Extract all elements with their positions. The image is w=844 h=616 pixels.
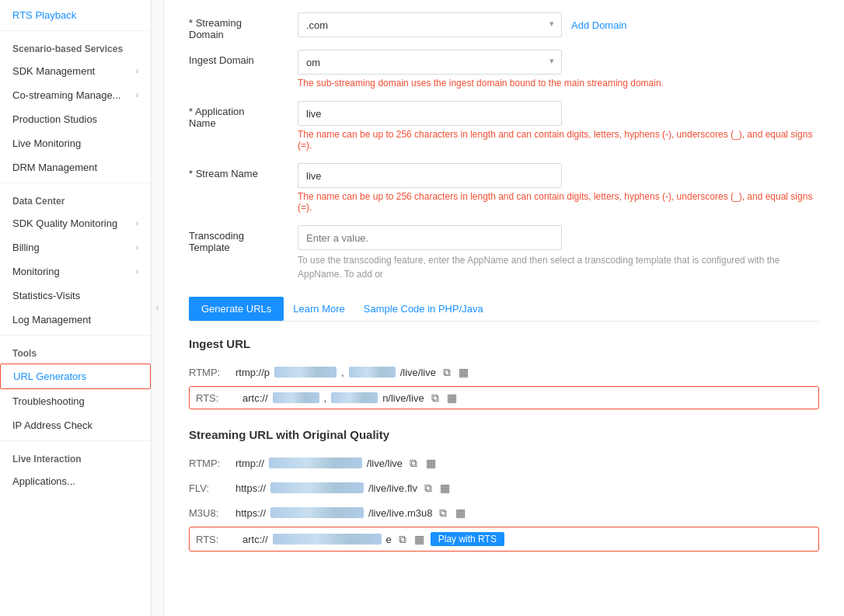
sidebar-item-billing[interactable]: Billing › (0, 235, 151, 259)
sidebar-item-troubleshooting[interactable]: Troubleshooting (0, 389, 151, 413)
application-name-label: * Application Name (189, 101, 298, 129)
copy-icon-m3u8[interactable]: ⧉ (437, 506, 449, 519)
tab-learn-more[interactable]: Learn More (284, 297, 354, 321)
streaming-rts-row: RTS: artc:// e ⧉ ▦ Play with RTS (196, 532, 812, 546)
stream-name-field: The name can be up to 256 characters in … (298, 163, 819, 213)
streaming-rtmp-label: RTMP: (189, 458, 235, 469)
streaming-url-section: Streaming URL with Original Quality RTMP… (189, 428, 819, 552)
application-name-input[interactable] (298, 101, 562, 126)
ingest-rts-blurred2 (331, 392, 378, 403)
sidebar-item-sdk-management[interactable]: SDK Management › (0, 59, 151, 83)
transcoding-label: Transcoding Template (189, 225, 298, 253)
stream-name-input[interactable] (298, 163, 562, 188)
tab-sample-code[interactable]: Sample Code in PHP/Java (354, 297, 493, 321)
transcoding-hint: To use the transcoding feature, enter th… (298, 253, 819, 281)
streaming-flv-prefix: https:// (235, 482, 266, 494)
qr-icon-streaming-rtmp[interactable]: ▦ (424, 457, 437, 469)
copy-icon-rts[interactable]: ⧉ (429, 392, 441, 404)
streaming-m3u8-row: M3U8: https:// /live/live.m3u8 ⧉ ▦ (189, 500, 819, 525)
sidebar-collapse[interactable]: ‹ (152, 0, 164, 616)
streaming-domain-field: .com ▾ Add Domain (298, 12, 819, 40)
copy-icon-flv[interactable]: ⧉ (422, 482, 434, 494)
copy-icon[interactable]: ⧉ (441, 366, 453, 378)
chevron-icon: › (136, 219, 138, 228)
streaming-domain-row: * Streaming Domain .com ▾ Add Domain (189, 12, 819, 40)
streaming-rts-label: RTS: (196, 534, 242, 545)
ingest-url-title: Ingest URL (189, 337, 819, 350)
tabs-section: Generate URLs Learn More Sample Code in … (189, 297, 819, 552)
stream-name-label: * Stream Name (189, 163, 298, 179)
streaming-domain-select[interactable]: .com (298, 12, 562, 37)
sidebar-item-applications[interactable]: Applications... (0, 469, 151, 493)
ingest-rts-prefix: artc:// (242, 392, 268, 404)
ingest-rts-blurred1 (273, 392, 319, 403)
ingest-rts-value: artc:// , n/live/live ⧉ ▦ (242, 392, 812, 404)
ingest-rtmp-comma: , (341, 367, 344, 378)
copy-icon-streaming-rtmp[interactable]: ⧉ (407, 457, 420, 469)
ingest-rts-label: RTS: (196, 392, 242, 404)
sidebar-item-statistics[interactable]: Statistics-Visits (0, 284, 151, 308)
sidebar-item-co-streaming[interactable]: Co-streaming Manage... › (0, 83, 151, 107)
streaming-m3u8-prefix: https:// (235, 507, 266, 519)
streaming-rtmp-row: RTMP: rtmp:// /live/live ⧉ ▦ (189, 451, 819, 475)
streaming-flv-label: FLV: (189, 482, 235, 494)
qr-icon-rts[interactable]: ▦ (446, 392, 459, 404)
ingest-domain-field: om ▾ The sub-streaming domain uses the i… (298, 50, 819, 89)
ingest-rts-comma: , (324, 392, 327, 404)
streaming-rts-highlight: RTS: artc:// e ⧉ ▦ Play with RTS (189, 527, 819, 552)
ingest-domain-hint: The sub-streaming domain uses the ingest… (298, 78, 819, 89)
streaming-flv-value: https:// /live/live.flv ⧉ ▦ (235, 482, 819, 494)
ingest-rtmp-value: rtmp://p , /live/live ⧉ ▦ (235, 366, 819, 378)
main-content: * Streaming Domain .com ▾ Add Domain Ing… (164, 0, 844, 616)
streaming-domain-label: * Streaming Domain (189, 12, 298, 40)
tab-generate-urls[interactable]: Generate URLs (189, 297, 284, 321)
streaming-rts-value: artc:// e ⧉ ▦ Play with RTS (242, 532, 812, 546)
streaming-rtmp-suffix: /live/live (367, 458, 403, 469)
streaming-rts-blurred (273, 534, 382, 545)
sidebar-section-live-interaction: Live Interaction (0, 444, 151, 469)
sidebar-item-rts-playback[interactable]: RTS Playback (0, 3, 151, 27)
qr-icon-streaming-rts[interactable]: ▦ (413, 533, 426, 545)
streaming-flv-blurred (270, 482, 364, 493)
streaming-m3u8-label: M3U8: (189, 507, 235, 519)
chevron-icon: › (136, 267, 138, 276)
streaming-rtmp-prefix: rtmp:// (235, 458, 264, 469)
sidebar-item-ip-address-check[interactable]: IP Address Check (0, 413, 151, 437)
sidebar-item-log-management[interactable]: Log Management (0, 308, 151, 332)
streaming-flv-suffix: /live/live.flv (368, 482, 417, 494)
sidebar-item-sdk-quality[interactable]: SDK Quality Monitoring › (0, 211, 151, 235)
add-domain-link[interactable]: Add Domain (571, 19, 627, 31)
sidebar-item-drm-management[interactable]: DRM Management (0, 155, 151, 179)
sidebar-item-live-monitoring[interactable]: Live Monitoring (0, 131, 151, 155)
qr-icon-flv[interactable]: ▦ (439, 482, 452, 494)
transcoding-field: To use the transcoding feature, enter th… (298, 225, 819, 281)
collapse-icon: ‹ (156, 304, 159, 312)
streaming-rts-suffix: e (386, 534, 392, 545)
ingest-rtmp-label: RTMP: (189, 367, 235, 378)
streaming-url-title: Streaming URL with Original Quality (189, 428, 819, 441)
transcoding-input[interactable] (298, 225, 562, 250)
sidebar: RTS Playback Scenario-based Services SDK… (0, 0, 152, 616)
ingest-rtmp-suffix: /live/live (400, 367, 436, 378)
ingest-rtmp-prefix: rtmp://p (235, 367, 270, 378)
streaming-rts-prefix: artc:// (242, 534, 268, 545)
qr-icon-m3u8[interactable]: ▦ (454, 506, 466, 519)
copy-icon-streaming-rts[interactable]: ⧉ (396, 533, 409, 545)
sidebar-item-monitoring[interactable]: Monitoring › (0, 259, 151, 284)
streaming-m3u8-suffix: /live/live.m3u8 (368, 507, 432, 519)
play-rts-button[interactable]: Play with RTS (431, 532, 504, 546)
qr-icon[interactable]: ▦ (458, 366, 470, 378)
tabs-bar: Generate URLs Learn More Sample Code in … (189, 297, 819, 322)
sidebar-item-production-studios[interactable]: Production Studios (0, 107, 151, 131)
ingest-domain-select[interactable]: om (298, 50, 562, 75)
ingest-rtmp-blurred1 (274, 367, 337, 378)
streaming-rtmp-value: rtmp:// /live/live ⧉ ▦ (235, 457, 819, 469)
sidebar-section-data-center: Data Center (0, 186, 151, 211)
sidebar-section-scenario: Scenario-based Services (0, 34, 151, 59)
transcoding-row: Transcoding Template To use the transcod… (189, 225, 819, 281)
ingest-rts-highlight: RTS: artc:// , n/live/live ⧉ ▦ (189, 386, 819, 409)
streaming-rtmp-blurred (269, 458, 362, 468)
ingest-domain-row: Ingest Domain om ▾ The sub-streaming dom… (189, 50, 819, 89)
sidebar-item-url-generators[interactable]: URL Generators (0, 364, 151, 389)
chevron-icon: › (136, 91, 138, 99)
